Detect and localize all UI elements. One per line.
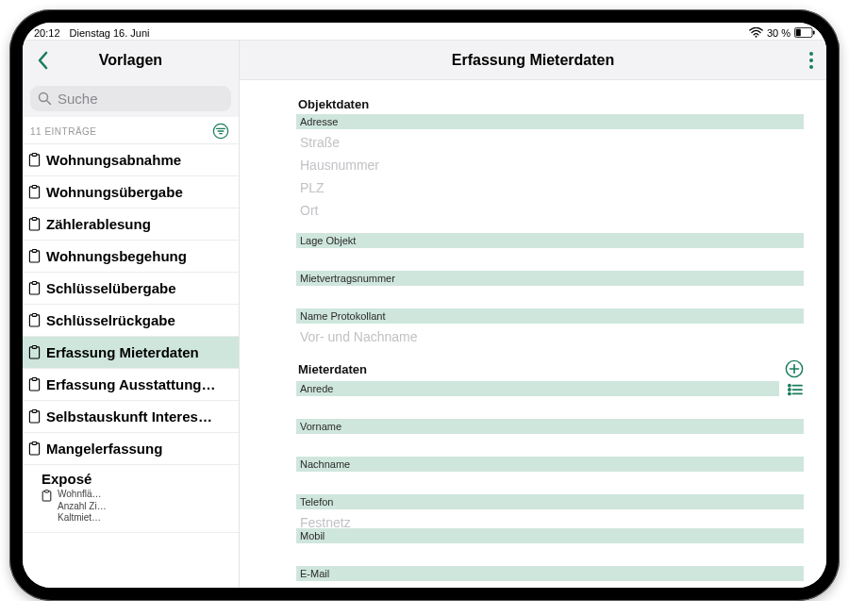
section-objektdaten-title: Objektdaten: [298, 97, 804, 111]
svg-rect-19: [32, 346, 37, 349]
sidebar-item-label: Erfassung Ausstattung…: [46, 376, 215, 392]
sidebar-item-schluesseluebergabe[interactable]: Schlüsselübergabe: [23, 273, 239, 305]
sidebar-item-label: Wohnungsübergabe: [46, 184, 183, 200]
input-telefon[interactable]: Festnetz: [296, 509, 804, 526]
clipboard-icon: [28, 313, 41, 327]
svg-rect-2: [796, 29, 801, 37]
dot-icon: [809, 65, 813, 69]
input-strasse[interactable]: Straße: [296, 129, 804, 152]
wifi-icon: [749, 27, 763, 38]
main-panel: Erfassung Mieterdaten Objektdaten Adress…: [240, 41, 826, 588]
input-plz[interactable]: PLZ: [296, 175, 804, 197]
entry-count-label: 11 EINTRÄGE: [30, 126, 97, 137]
clipboard-icon: [28, 153, 41, 167]
label-adresse: Adresse: [296, 114, 804, 129]
input-vorname[interactable]: [296, 434, 804, 443]
clipboard-icon: [28, 441, 41, 456]
add-button[interactable]: [785, 359, 804, 378]
sidebar-item-label: Wohnungsbegehung: [46, 248, 187, 264]
input-ort[interactable]: Ort: [296, 197, 804, 220]
sidebar-item-label: Zählerablesung: [46, 216, 151, 232]
svg-rect-15: [32, 282, 37, 285]
sidebar-item-schluesselrueckgabe[interactable]: Schlüsselrückgabe: [23, 305, 239, 337]
input-hausnummer[interactable]: Hausnummer: [296, 152, 804, 175]
sidebar-item-mangelerfassung[interactable]: Mangelerfassung: [23, 433, 239, 465]
sidebar-item-wohnungsuebergabe[interactable]: Wohnungsübergabe: [23, 176, 239, 208]
entry-count-row: 11 EINTRÄGE: [23, 117, 239, 144]
input-anrede[interactable]: [296, 396, 804, 406]
input-nachname[interactable]: [296, 472, 804, 481]
sidebar-item-label: Mangelerfassung: [46, 441, 162, 457]
status-date: Dienstag 16. Juni: [70, 27, 150, 39]
input-protokollant[interactable]: Vor- und Nachname: [296, 324, 804, 346]
group-telefon: Telefon Festnetz: [296, 494, 804, 526]
section-mieterdaten-label: Mieterdaten: [298, 362, 367, 376]
select-list-button[interactable]: [787, 383, 804, 400]
clipboard-icon: [28, 217, 41, 231]
sidebar-item-label: Exposé: [42, 471, 92, 487]
group-email: E-Mail: [296, 566, 804, 588]
clipboard-icon: [28, 249, 41, 263]
label-mobil: Mobil: [296, 528, 804, 543]
expose-sub: Kaltmiet…: [58, 512, 107, 524]
sidebar-item-selbstauskunft[interactable]: Selbstauskunft Interes…: [23, 401, 239, 433]
sidebar-item-expose[interactable]: Exposé Wohnflä… Anzahl Zi… Kaltmiet…: [23, 465, 239, 533]
svg-rect-25: [32, 442, 37, 445]
sidebar-item-wohnungsbegehung[interactable]: Wohnungsbegehung: [23, 241, 239, 273]
sidebar: Vorlagen Suche 11 EINTRÄGE: [23, 41, 240, 588]
sidebar-title: Vorlagen: [99, 52, 162, 69]
input-email[interactable]: [296, 581, 804, 588]
sidebar-header: Vorlagen: [23, 41, 239, 80]
dot-icon: [809, 58, 813, 62]
template-list[interactable]: Wohnungsabnahme Wohnungsübergabe Zählera…: [23, 144, 239, 588]
label-mietvertrag: Mietvertragsnummer: [296, 271, 804, 286]
expose-sub: Wohnflä…: [58, 489, 107, 501]
svg-rect-23: [32, 410, 37, 413]
svg-rect-9: [32, 186, 37, 189]
expose-sub-lines: Wohnflä… Anzahl Zi… Kaltmiet…: [58, 489, 107, 524]
label-protokollant: Name Protokollant: [296, 308, 804, 324]
clipboard-icon: [28, 345, 41, 359]
dot-icon: [809, 52, 813, 56]
group-mietvertrag: Mietvertragsnummer: [296, 271, 804, 295]
sidebar-item-label: Schlüsselrückgabe: [46, 312, 175, 328]
app-split: Vorlagen Suche 11 EINTRÄGE: [23, 40, 826, 588]
clipboard-icon: [28, 377, 41, 391]
expose-sub: Anzahl Zi…: [58, 501, 107, 513]
svg-point-0: [755, 36, 757, 38]
screen: 20:12 Dienstag 16. Juni 30 %: [23, 23, 826, 588]
search-icon: [38, 92, 52, 106]
svg-point-4: [40, 93, 48, 102]
more-menu-button[interactable]: [809, 52, 813, 69]
section-mieterdaten-title: Mieterdaten: [298, 359, 804, 378]
sidebar-item-label: Selbstauskunft Interes…: [46, 408, 212, 425]
search-input[interactable]: Suche: [30, 86, 231, 111]
input-lage[interactable]: [296, 248, 804, 258]
search-placeholder: Suche: [58, 91, 98, 107]
sidebar-item-erfassung-ausstattung[interactable]: Erfassung Ausstattung…: [23, 369, 239, 401]
sidebar-item-zaehlerablesung[interactable]: Zählerablesung: [23, 208, 239, 241]
svg-rect-17: [32, 314, 37, 317]
sidebar-item-erfassung-mieterdaten[interactable]: Erfassung Mieterdaten: [23, 337, 239, 369]
svg-rect-7: [32, 154, 37, 157]
svg-rect-21: [32, 378, 37, 381]
input-mobil[interactable]: [296, 543, 804, 553]
back-button[interactable]: [32, 49, 55, 72]
label-anrede: Anrede: [296, 381, 779, 396]
clipboard-icon: [28, 185, 41, 199]
sidebar-item-wohnungsabnahme[interactable]: Wohnungsabnahme: [23, 144, 239, 176]
group-lage: Lage Objekt: [296, 233, 804, 258]
main-header: Erfassung Mieterdaten: [240, 41, 826, 80]
group-nachname: Nachname: [296, 457, 804, 481]
label-lage: Lage Objekt: [296, 233, 804, 248]
search-container: Suche: [23, 80, 239, 117]
group-anrede: Anrede: [296, 381, 804, 406]
svg-point-31: [789, 392, 791, 394]
svg-rect-11: [32, 218, 37, 221]
page-title: Erfassung Mieterdaten: [452, 52, 614, 69]
filter-button[interactable]: [212, 123, 229, 140]
battery-icon: [794, 27, 815, 38]
input-mietvertrag[interactable]: [296, 286, 804, 295]
svg-point-29: [789, 385, 791, 387]
form-scroll[interactable]: Objektdaten Adresse Straße Hausnummer PL…: [240, 80, 826, 588]
